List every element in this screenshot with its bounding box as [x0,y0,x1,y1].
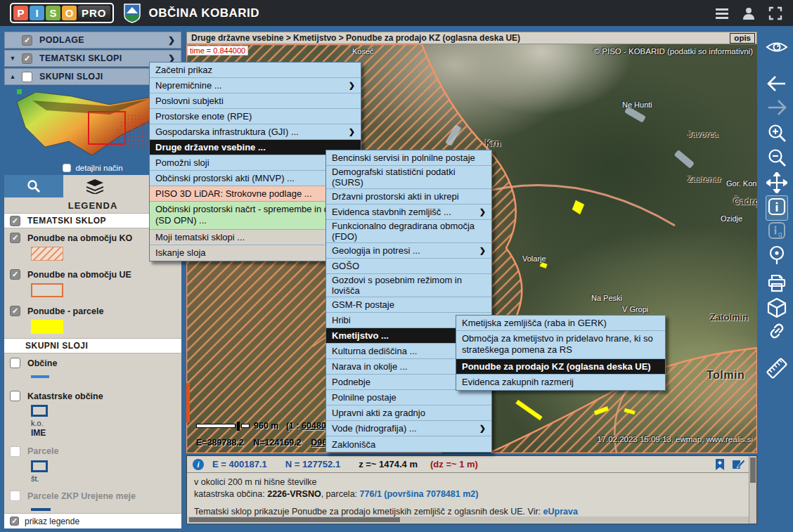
menu-item[interactable]: Državni prostorski akti in ukrepi [326,189,491,205]
tab-layers[interactable] [63,175,127,197]
tab-search[interactable] [4,175,63,197]
swatch-line-navy [31,508,51,511]
euprava-link[interactable]: eUprava [543,507,578,517]
opis-button[interactable]: opis [730,33,755,44]
ponudbe-ko-checkbox[interactable]: ✓ [10,233,20,243]
prikaz-legende-row[interactable]: ✓ prikaz legende [4,513,181,528]
detail-mode-checkbox[interactable]: ✓ [63,164,71,172]
vertical-scrollbar[interactable] [749,456,756,524]
menu-item[interactable]: Prostorske enote (RPE) [150,109,361,124]
search-icon [26,179,41,194]
logo-pro-label: PRO [78,6,110,20]
scale-bar: 960 m (1 : 60480) [196,421,329,431]
zoom-in-icon[interactable] [767,123,787,143]
map-timestamp: 17.02.2023 15:09:13, ewmap, www.realis.s… [597,435,753,443]
menu-item[interactable]: Vode (hidrografija) ...❯ [326,421,491,436]
ponudbe-ue-checkbox[interactable]: ✓ [10,269,20,280]
print-icon[interactable] [767,274,787,292]
scale-distance: 960 m [254,421,278,431]
map-place-label: Ne Hunti [622,100,652,109]
breadcrumb-bar: Druge državne vsebine > Kmetijstvo > Pon… [186,32,757,44]
user-icon[interactable] [741,6,756,21]
menu-item[interactable]: Poslovni subjekti [150,93,361,109]
submenu-arrow-icon: ❯ [472,246,486,255]
map-place-label: Koseč [352,47,374,56]
parcel-link[interactable]: 776/1 (površina 7078481 m2) [360,489,479,499]
menu-item[interactable]: Zaklonišča [326,436,491,452]
submenu-arrow-icon: ❯ [472,424,486,433]
menu-item[interactable]: Polnilne postaje [326,390,491,406]
menu-item[interactable]: Funkcionalno degradirana območja (FDO) [326,220,491,243]
info-coord-n: N = 127752.1 [285,459,340,469]
ruler-icon[interactable] [765,356,789,380]
menu-item[interactable]: Bencinski servisi in polnilne postaje [326,150,491,166]
menu-item[interactable]: Evidenca stavbnih zemljišč ...❯ [326,205,491,220]
layers-icon [86,179,104,194]
arrow-forward-icon[interactable] [766,99,787,116]
scrollbar-thumb[interactable] [189,517,400,522]
menu-item[interactable]: Gospodarska infrastruktura (GJI) ...❯ [150,124,361,140]
map-place-label: Čadrg [733,196,757,207]
menu-item[interactable]: Začetni prikaz [150,63,361,78]
edit-note-icon[interactable] [731,458,745,471]
prikaz-legende-checkbox[interactable]: ✓ [10,517,19,526]
municipality-crest-icon [124,4,141,23]
menu-item[interactable]: Demografski statistični podatki (SURS) [326,166,491,189]
breadcrumb: Druge državne vsebine > Kmetijstvo > Pon… [191,33,520,43]
legend-item-label: Ponudbe - parcele [27,306,103,316]
pan-icon[interactable] [766,172,787,193]
menu-item[interactable]: Nepremičnine ...❯ [150,78,361,93]
chevron-down-icon[interactable]: ▼ [8,55,18,62]
map-place-label: Zastenar [688,175,721,183]
swatch-sublabel: IME [31,428,181,439]
locate-icon[interactable] [767,245,787,266]
katastrske-obcine-checkbox[interactable]: ✓ [10,391,20,401]
menu-item[interactable]: Območja za kmetijstvo in pridelavo hrane… [456,331,665,359]
eye-icon[interactable] [766,39,788,56]
datum-link[interactable]: D96 [311,438,327,448]
info-group-icon[interactable]: g [768,221,786,240]
zoom-out-icon[interactable] [767,148,787,167]
tematski-sklop-checkbox[interactable]: ✓ [10,216,20,226]
parcele-zkp-checkbox[interactable]: ✓ [10,491,20,501]
map-copyright: © PISO - KOBARID (podatki so informativn… [594,47,753,56]
obcine-checkbox[interactable]: ✓ [10,358,20,368]
podlage-checkbox[interactable]: ✓ [22,35,32,46]
menu-item[interactable]: Geologija in potresi ...❯ [326,243,491,259]
parcele-checkbox[interactable]: ✓ [10,446,20,457]
menu-item-selected[interactable]: Ponudbe za prodajo KZ (oglasna deska UE) [456,359,665,375]
menu-icon[interactable] [714,6,730,21]
ponudbe-parcele-checkbox[interactable]: ✓ [10,306,20,316]
cube-3d-icon[interactable] [767,297,787,318]
skupni-sloji-checkbox[interactable]: ✓ [22,72,32,82]
menu-item[interactable]: Kmetijska zemljišča (raba in GERK) [456,316,665,331]
logo-letter-i: I [30,6,44,20]
horizontal-scrollbar[interactable] [188,517,749,523]
arrow-back-icon[interactable] [766,75,787,92]
info-line-address: v okolici 200 m ni hišne številke [194,476,749,488]
menu-item[interactable]: GOŠO [326,259,491,274]
submenu-arrow-icon: ❯ [342,81,355,90]
menu-item[interactable]: Evidenca zakupnih razmerij [456,375,665,390]
menu-item[interactable]: Gozdovi s posebnim režimom in lovišča [326,274,491,297]
info-coord-e: E = 400187.1 [212,459,267,469]
prikaz-legende-label: prikaz legende [25,517,79,526]
legend-item-parcele: ✓Parcele št. [4,442,181,486]
scale-ratio-prefix: (1 : [286,421,302,431]
fullscreen-icon[interactable] [768,6,783,21]
sidebar-panel-podlage[interactable]: ✓ PODLAGE ❯ [4,32,181,48]
chevron-up-icon[interactable]: ▲ [8,73,18,80]
legend-item-label: Parcele ZKP Urejene meje [27,491,136,501]
link-icon[interactable] [767,321,787,341]
swatch-rect-outline [31,405,48,417]
scrollbar-thumb[interactable] [750,458,756,483]
scale-ratio-link[interactable]: 60480 [302,421,326,431]
info-tool-active[interactable] [766,195,788,221]
map-place-label: Na Peski [591,294,622,302]
menu-item[interactable]: Upravni akti za gradnjo [326,406,491,421]
menu-item[interactable]: GSM-R postaje [326,297,491,313]
bookmark-add-icon[interactable] [714,458,726,471]
info-elevation: z =~ 1474.4 m [359,459,418,469]
scale-bar-tick [237,422,240,431]
tematski-sklopi-checkbox[interactable]: ✓ [22,53,32,64]
